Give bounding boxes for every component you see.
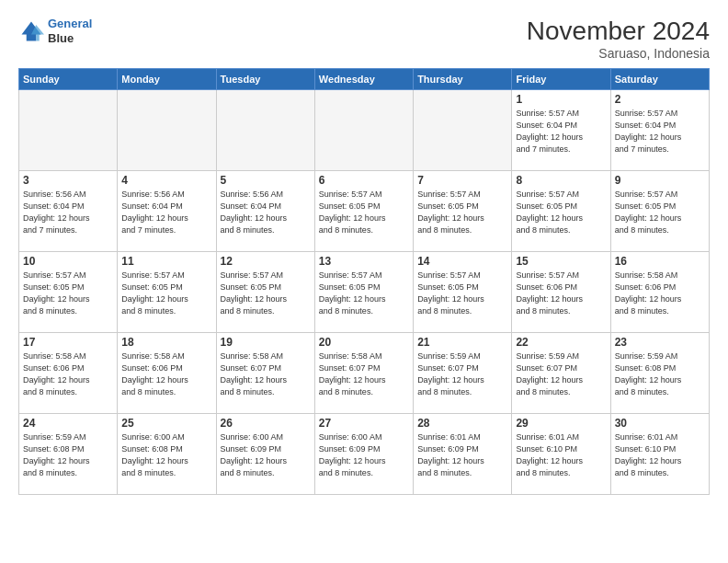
table-row: 11Sunrise: 5:57 AM Sunset: 6:05 PM Dayli… [118,252,216,333]
table-row: 30Sunrise: 6:01 AM Sunset: 6:10 PM Dayli… [610,414,709,495]
day-info: Sunrise: 6:01 AM Sunset: 6:09 PM Dayligh… [417,431,507,479]
logo-line2: Blue [48,31,92,46]
day-info: Sunrise: 5:58 AM Sunset: 6:06 PM Dayligh… [121,350,211,398]
day-info: Sunrise: 5:57 AM Sunset: 6:05 PM Dayligh… [221,270,311,317]
day-number: 6 [319,174,409,187]
table-row: 22Sunrise: 5:59 AM Sunset: 6:07 PM Dayli… [512,333,610,414]
day-info: Sunrise: 6:00 AM Sunset: 6:08 PM Dayligh… [121,431,211,479]
day-info: Sunrise: 5:57 AM Sunset: 6:05 PM Dayligh… [417,189,507,236]
title-block: November 2024 Saruaso, Indonesia [527,17,710,61]
table-row [118,90,216,171]
col-wednesday: Wednesday [314,69,413,90]
day-number: 18 [121,336,211,349]
table-row: 18Sunrise: 5:58 AM Sunset: 6:06 PM Dayli… [118,333,216,414]
day-info: Sunrise: 5:57 AM Sunset: 6:05 PM Dayligh… [121,270,211,317]
logo-text: General Blue [48,17,92,45]
day-number: 4 [121,174,211,187]
calendar: Sunday Monday Tuesday Wednesday Thursday… [18,68,710,495]
day-number: 30 [615,417,705,430]
day-info: Sunrise: 6:00 AM Sunset: 6:09 PM Dayligh… [319,431,409,479]
day-info: Sunrise: 5:59 AM Sunset: 6:07 PM Dayligh… [417,350,507,398]
day-number: 26 [221,417,311,430]
table-row: 26Sunrise: 6:00 AM Sunset: 6:09 PM Dayli… [216,414,314,495]
table-row [314,90,413,171]
day-number: 23 [615,336,705,349]
table-row: 2Sunrise: 5:57 AM Sunset: 6:04 PM Daylig… [610,90,709,171]
day-number: 7 [417,174,507,187]
table-row: 13Sunrise: 5:57 AM Sunset: 6:05 PM Dayli… [314,252,413,333]
month-title: November 2024 [527,17,710,46]
page: General Blue November 2024 Saruaso, Indo… [0,0,728,563]
day-info: Sunrise: 5:57 AM Sunset: 6:05 PM Dayligh… [319,270,409,317]
day-info: Sunrise: 5:57 AM Sunset: 6:06 PM Dayligh… [516,270,606,317]
table-row: 28Sunrise: 6:01 AM Sunset: 6:09 PM Dayli… [414,414,512,495]
table-row: 27Sunrise: 6:00 AM Sunset: 6:09 PM Dayli… [314,414,413,495]
day-info: Sunrise: 5:56 AM Sunset: 6:04 PM Dayligh… [121,189,211,236]
table-row: 21Sunrise: 5:59 AM Sunset: 6:07 PM Dayli… [414,333,512,414]
calendar-week-row: 24Sunrise: 5:59 AM Sunset: 6:08 PM Dayli… [19,414,710,495]
table-row: 4Sunrise: 5:56 AM Sunset: 6:04 PM Daylig… [118,171,216,252]
day-info: Sunrise: 5:59 AM Sunset: 6:07 PM Dayligh… [516,350,606,398]
col-sunday: Sunday [19,69,118,90]
table-row: 25Sunrise: 6:00 AM Sunset: 6:08 PM Dayli… [118,414,216,495]
day-info: Sunrise: 5:57 AM Sunset: 6:04 PM Dayligh… [615,108,705,155]
day-number: 8 [516,174,606,187]
day-info: Sunrise: 5:59 AM Sunset: 6:08 PM Dayligh… [615,350,705,398]
col-saturday: Saturday [610,69,709,90]
day-number: 25 [121,417,211,430]
day-info: Sunrise: 6:00 AM Sunset: 6:09 PM Dayligh… [221,431,311,479]
table-row [414,90,512,171]
day-number: 15 [516,255,606,268]
table-row: 15Sunrise: 5:57 AM Sunset: 6:06 PM Dayli… [512,252,610,333]
day-info: Sunrise: 5:59 AM Sunset: 6:08 PM Dayligh… [23,431,113,479]
day-number: 3 [23,174,113,187]
day-info: Sunrise: 5:56 AM Sunset: 6:04 PM Dayligh… [221,189,311,236]
table-row: 14Sunrise: 5:57 AM Sunset: 6:05 PM Dayli… [414,252,512,333]
table-row: 6Sunrise: 5:57 AM Sunset: 6:05 PM Daylig… [314,171,413,252]
day-number: 10 [23,255,113,268]
day-number: 14 [417,255,507,268]
table-row: 17Sunrise: 5:58 AM Sunset: 6:06 PM Dayli… [19,333,118,414]
day-number: 11 [121,255,211,268]
col-thursday: Thursday [414,69,512,90]
day-number: 21 [417,336,507,349]
table-row: 1Sunrise: 5:57 AM Sunset: 6:04 PM Daylig… [512,90,610,171]
day-info: Sunrise: 5:57 AM Sunset: 6:05 PM Dayligh… [23,270,113,317]
table-row: 7Sunrise: 5:57 AM Sunset: 6:05 PM Daylig… [414,171,512,252]
col-friday: Friday [512,69,610,90]
table-row: 29Sunrise: 6:01 AM Sunset: 6:10 PM Dayli… [512,414,610,495]
day-info: Sunrise: 5:56 AM Sunset: 6:04 PM Dayligh… [23,189,113,236]
table-row: 10Sunrise: 5:57 AM Sunset: 6:05 PM Dayli… [19,252,118,333]
day-info: Sunrise: 5:58 AM Sunset: 6:06 PM Dayligh… [23,350,113,398]
calendar-week-row: 17Sunrise: 5:58 AM Sunset: 6:06 PM Dayli… [19,333,710,414]
day-info: Sunrise: 5:57 AM Sunset: 6:05 PM Dayligh… [319,189,409,236]
table-row: 16Sunrise: 5:58 AM Sunset: 6:06 PM Dayli… [610,252,709,333]
day-number: 20 [319,336,409,349]
day-info: Sunrise: 6:01 AM Sunset: 6:10 PM Dayligh… [516,431,606,479]
day-number: 17 [23,336,113,349]
day-number: 27 [319,417,409,430]
day-info: Sunrise: 5:58 AM Sunset: 6:06 PM Dayligh… [615,270,705,317]
calendar-week-row: 3Sunrise: 5:56 AM Sunset: 6:04 PM Daylig… [19,171,710,252]
day-info: Sunrise: 5:57 AM Sunset: 6:05 PM Dayligh… [615,189,705,236]
day-number: 1 [516,93,606,106]
day-number: 24 [23,417,113,430]
table-row: 9Sunrise: 5:57 AM Sunset: 6:05 PM Daylig… [610,171,709,252]
calendar-header-row: Sunday Monday Tuesday Wednesday Thursday… [19,69,710,90]
day-number: 22 [516,336,606,349]
day-info: Sunrise: 5:57 AM Sunset: 6:05 PM Dayligh… [417,270,507,317]
day-info: Sunrise: 5:58 AM Sunset: 6:07 PM Dayligh… [221,350,311,398]
table-row: 12Sunrise: 5:57 AM Sunset: 6:05 PM Dayli… [216,252,314,333]
day-number: 28 [417,417,507,430]
table-row [216,90,314,171]
day-info: Sunrise: 6:01 AM Sunset: 6:10 PM Dayligh… [615,431,705,479]
logo: General Blue [18,17,92,45]
day-number: 16 [615,255,705,268]
day-number: 19 [221,336,311,349]
logo-line1: General [48,17,92,30]
logo-icon [18,18,44,44]
table-row: 8Sunrise: 5:57 AM Sunset: 6:05 PM Daylig… [512,171,610,252]
day-number: 13 [319,255,409,268]
day-number: 29 [516,417,606,430]
table-row [19,90,118,171]
